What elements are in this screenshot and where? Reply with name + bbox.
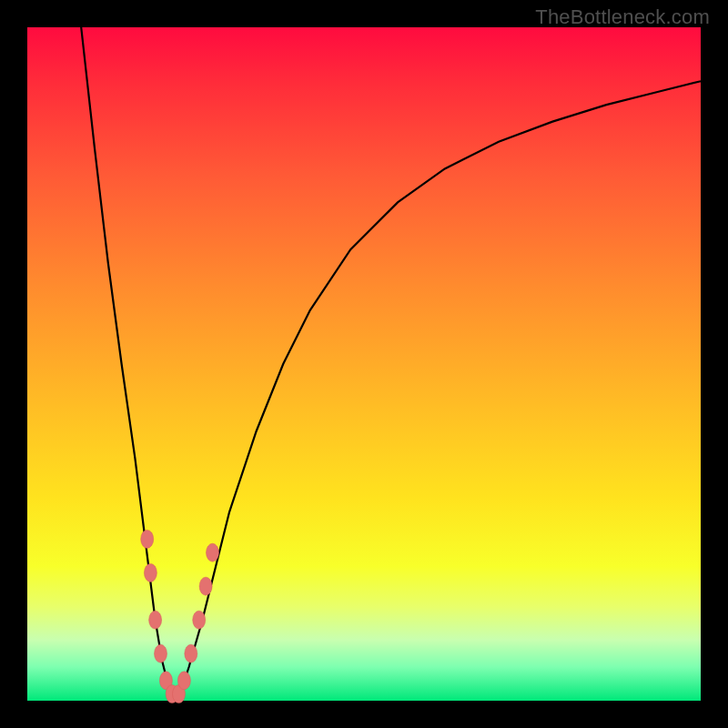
curve-marker [155,644,167,662]
plot-area [27,27,701,701]
curve-marker [199,577,212,595]
markers-group [141,530,219,703]
curve-marker [193,611,206,629]
curve-marker [207,543,219,561]
chart-frame: TheBottleneck.com [0,0,728,728]
curve-marker [144,563,157,581]
curve-marker [177,672,190,690]
curve-marker [141,530,154,548]
curve-marker [185,644,197,662]
watermark-text: TheBottleneck.com [535,5,710,29]
curve-marker [149,611,162,629]
bottleneck-curve [81,27,701,701]
curve-layer [27,27,701,701]
